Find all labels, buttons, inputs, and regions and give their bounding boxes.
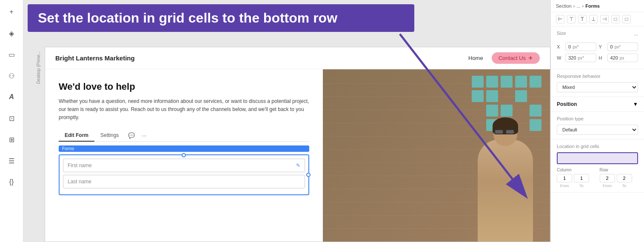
field-first-name[interactable]: First name ✎: [63, 159, 305, 172]
responsive-select[interactable]: Mixed: [557, 82, 638, 92]
position-type-section: Position type Default: [551, 112, 644, 140]
code-icon[interactable]: {}: [5, 175, 18, 189]
position-chevron-icon: ▼: [633, 101, 638, 107]
image-icon[interactable]: ⊡: [5, 111, 18, 125]
row-to-input[interactable]: [617, 174, 632, 182]
breadcrumb-sep1: ›: [573, 3, 575, 9]
col-to-input[interactable]: [574, 174, 589, 182]
edit-field-icon[interactable]: ✎: [296, 162, 300, 168]
page-icon[interactable]: ▭: [5, 48, 18, 61]
cta-button[interactable]: Contact Us ✈: [492, 52, 540, 64]
canvas-frame: Bright Lanterns Marketing Home Contact U…: [45, 47, 550, 242]
col-from-input[interactable]: [557, 174, 572, 182]
align-center-h-btn[interactable]: ⊤: [567, 15, 576, 23]
forms-badge: Forms: [59, 145, 309, 152]
breadcrumb-section: Section: [556, 3, 572, 9]
last-name-label: Last name: [68, 179, 91, 185]
annotation-banner: Set the location in grid cells to the bo…: [28, 4, 414, 32]
col-from-label: From: [557, 184, 572, 188]
row-from-input[interactable]: [600, 174, 615, 182]
position-type-select[interactable]: Default: [557, 125, 638, 135]
size-more-icon[interactable]: ···: [634, 32, 638, 38]
row-inputs: [600, 174, 638, 182]
h-label: H: [599, 55, 605, 60]
responsive-section: Responsive behavior Mixed: [551, 69, 644, 97]
y-input[interactable]: 0 px*: [607, 43, 638, 51]
breadcrumb: Section › ... › Forms: [551, 0, 644, 12]
form-fields-container[interactable]: First name ✎ Last name: [59, 154, 309, 195]
site-right-panel: [323, 69, 550, 242]
site-nav: Bright Lanterns Marketing Home Contact U…: [45, 47, 550, 69]
row-control: Row: [600, 168, 638, 182]
responsive-label: Responsive behavior: [557, 74, 638, 79]
components-icon[interactable]: ⊞: [5, 133, 18, 146]
x-input[interactable]: 0 px*: [565, 43, 596, 51]
text-icon[interactable]: A: [5, 90, 18, 104]
column-header: Column: [557, 168, 596, 172]
site-nav-link[interactable]: Home: [468, 55, 483, 61]
site-brand: Bright Lanterns Marketing: [55, 54, 468, 62]
page-heading: We'd love to help: [59, 81, 309, 92]
row-header: Row: [600, 168, 638, 172]
resize-handle-right[interactable]: [306, 173, 311, 177]
align-top-btn[interactable]: T: [578, 15, 587, 23]
align-left-btn[interactable]: ⊢: [556, 15, 564, 23]
layers-icon[interactable]: ◈: [5, 26, 18, 40]
resize-handle-top[interactable]: [182, 153, 186, 157]
row-from-label: From: [600, 184, 615, 188]
from-to-labels: From To From To: [557, 184, 638, 188]
row-to-label: To: [617, 184, 632, 188]
wh-row: W 320 px* H 420 px: [557, 54, 638, 62]
column-control: Column: [557, 168, 596, 182]
location-grid-label: Location in grid cells: [557, 144, 638, 149]
w-label: W: [557, 55, 563, 60]
table-icon[interactable]: ☰: [5, 154, 18, 168]
location-grid-input[interactable]: [557, 152, 638, 164]
align-right-btn[interactable]: □: [611, 15, 620, 23]
w-input[interactable]: 320 px*: [565, 54, 596, 62]
breadcrumb-current: Forms: [585, 3, 600, 9]
breadcrumb-ellipsis: ...: [576, 3, 580, 9]
send-icon: ✈: [528, 55, 533, 61]
banner-text: Set the location in grid cells to the bo…: [38, 10, 337, 26]
more-icon[interactable]: ···: [138, 130, 150, 141]
right-panel: Section › ... › Forms ⊢ ⊤ T ⊥ ⊣ □ □ Size…: [550, 0, 644, 242]
canvas-area: Set the location in grid cells to the bo…: [23, 0, 550, 242]
align-toolbar: ⊢ ⊤ T ⊥ ⊣ □ □: [551, 12, 644, 26]
form-tabs: Edit Form Settings 💬 ···: [59, 130, 309, 142]
h-input[interactable]: 420 px: [607, 54, 638, 62]
location-grid-section: Location in grid cells Column Row F: [551, 140, 644, 193]
position-section-header[interactable]: Position ▼: [551, 97, 644, 112]
position-type-label: Position type: [557, 116, 638, 121]
col-to-label: To: [574, 184, 589, 188]
page-body: Whether you have a question, need more i…: [59, 97, 309, 122]
first-name-label: First name: [68, 162, 92, 168]
device-label: Desktop (Prime...: [36, 51, 41, 84]
align-distribute-btn[interactable]: □: [622, 15, 631, 23]
size-label: Size: [557, 31, 566, 36]
tab-settings[interactable]: Settings: [94, 130, 125, 142]
x-label: X: [557, 44, 563, 49]
align-middle-btn[interactable]: ⊥: [589, 15, 598, 23]
y-label: Y: [599, 44, 605, 49]
chat-icon[interactable]: 💬: [125, 130, 138, 141]
xy-row: X 0 px* Y 0 px*: [557, 43, 638, 51]
column-inputs: [557, 174, 596, 182]
site-content: We'd love to help Whether you have a que…: [45, 69, 550, 242]
tab-edit-form[interactable]: Edit Form: [59, 130, 94, 142]
person-image: [465, 131, 546, 242]
users-icon[interactable]: ⚇: [5, 69, 18, 83]
field-last-name[interactable]: Last name: [63, 175, 305, 188]
breadcrumb-sep2: ›: [582, 3, 584, 9]
left-sidebar: + ◈ ▭ ⚇ A ⊡ ⊞ ☰ {}: [0, 0, 23, 242]
position-title: Position: [557, 101, 577, 107]
site-left-panel: We'd love to help Whether you have a que…: [45, 69, 323, 242]
plus-icon[interactable]: +: [5, 5, 18, 19]
align-bottom-btn[interactable]: ⊣: [600, 15, 609, 23]
grid-cell-controls: Column Row: [557, 168, 638, 182]
size-section: Size ··· X 0 px* Y 0 px* W 320 px* H 420: [551, 26, 644, 69]
